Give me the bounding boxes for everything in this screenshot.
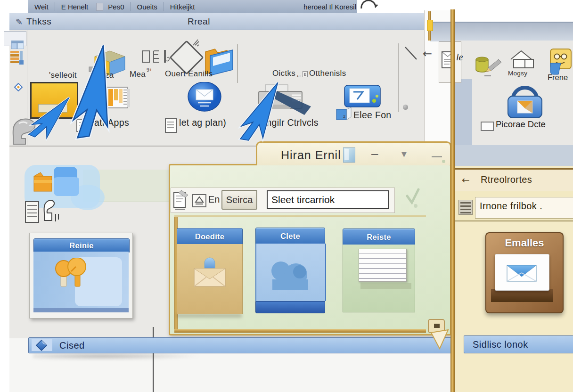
card-doedite-title: Doedite	[195, 232, 225, 241]
titlebar-center-label: Rreal	[188, 16, 210, 27]
ribbon-divider	[398, 43, 399, 112]
menu-tab-label: Weit	[34, 3, 49, 11]
cised-bar[interactable]: Cised	[28, 337, 451, 353]
cylinder-pencil-icon[interactable]	[475, 56, 503, 76]
card-clete-title: Clete	[280, 232, 300, 241]
monitor-icon[interactable]	[344, 85, 381, 109]
gray-dot	[403, 105, 408, 110]
keys-icon	[53, 258, 87, 291]
house-icon[interactable]	[509, 49, 535, 69]
back-arrow-icon: ←	[462, 174, 470, 186]
card-reiste-body[interactable]	[343, 245, 415, 312]
ribbon-label-letag-plan: let ag plan)	[179, 117, 226, 128]
titlebar-left-label: Thkss	[26, 16, 51, 27]
list-icon[interactable]	[10, 50, 24, 65]
dropdown-button[interactable]: ▼	[401, 150, 407, 158]
ribbon-label-elee-fon: Elee Fon	[353, 110, 391, 121]
green-dot	[442, 160, 445, 163]
lined-paper-icon	[359, 249, 407, 282]
paper-shadow-strip	[360, 283, 411, 289]
blue-folder-icon[interactable]	[51, 164, 80, 199]
hamburger-icon	[458, 200, 473, 215]
emalles-title: Emalles	[486, 237, 563, 249]
sidlisc-bar[interactable]: Sidlisc lonok	[464, 335, 573, 353]
dialog-title-icon	[343, 147, 355, 163]
outlook-icon[interactable]	[507, 83, 543, 119]
dialog-title-icon-gloss	[344, 149, 349, 160]
triangle-glyph	[193, 195, 205, 206]
mail-circle-icon[interactable]	[188, 82, 221, 112]
cream-envelope-icon	[192, 256, 227, 289]
card-clete-header[interactable]: Clete	[255, 228, 325, 245]
app-window: Weit E Henelt Pes0 Oueits Hitkeijkt hero…	[0, 0, 573, 392]
tiny-scribble-icon	[191, 39, 201, 47]
dialog-title: Hiran Ernil	[281, 148, 341, 162]
vertical-guide-upper	[153, 327, 154, 337]
compose-doc-icon[interactable]	[173, 189, 189, 210]
search-input[interactable]	[267, 190, 389, 209]
e-box-icon: ᴇ	[303, 71, 308, 77]
reinie-card-title: Reinie	[69, 241, 93, 250]
menu-right-text: heroeal Il Koresil	[297, 0, 357, 13]
oictks-sub: ₁..	[297, 72, 301, 78]
folder-side-line	[237, 44, 238, 83]
inner-frame-bottom	[174, 329, 426, 333]
panel-row-recent-label: Rtreolrortes	[481, 174, 532, 185]
group-label-mogsy: Mogsy	[508, 70, 527, 77]
vertical-guide-lower	[153, 352, 154, 392]
dash-button[interactable]	[432, 156, 442, 157]
dialog-titlebar[interactable]: Hiran Ernil – ▼	[256, 141, 451, 165]
menu-tab-e-henelt[interactable]: E Henelt	[55, 0, 95, 13]
group-label-ouert-eanills: Ouert Eanills	[165, 69, 213, 79]
quill-icon: ✎	[16, 17, 23, 27]
clouds-icon	[267, 257, 314, 294]
group-label-oictks-otthenisls: Oictks ₁.. ᴇ Otthenisls	[272, 69, 346, 78]
menu-tab-label: E Henelt	[61, 3, 89, 11]
menu-tab-oueits[interactable]: Oueits	[131, 0, 163, 13]
reinie-card-header: Reinie	[33, 238, 130, 253]
oictks-text: Oictks	[272, 69, 295, 78]
reinie-card-footer	[33, 308, 129, 312]
window-panes-icon[interactable]	[11, 41, 24, 49]
left-arrow-icon[interactable]: ←	[423, 47, 432, 60]
card-reiste-header[interactable]: Reiste	[343, 229, 415, 245]
card-doedite-body[interactable]	[177, 244, 243, 314]
blue-box-digit: 2	[343, 114, 345, 119]
small-glyph-icons[interactable]	[141, 48, 172, 64]
bar-shadow	[33, 353, 203, 360]
group-label-mea: Mea	[130, 70, 146, 79]
menu-tab-hitkeijkt[interactable]: Hitkeijkt	[164, 0, 201, 13]
desk-outline-icon	[25, 196, 64, 225]
emalles-card[interactable]: Emalles	[485, 232, 564, 313]
backslash-icon[interactable]	[403, 45, 419, 62]
panel-row-recent[interactable]: ← Rtreolrortes	[454, 170, 573, 192]
sidlisc-label: Sidlisc lonok	[473, 339, 528, 350]
card-clete-body[interactable]	[255, 244, 326, 301]
letag-doc-icon	[165, 118, 177, 133]
triangle-tool-icon[interactable]	[192, 194, 206, 207]
inner-frame-top	[174, 215, 426, 217]
search-button[interactable]: Seirca	[221, 190, 257, 210]
panel-row-inbox[interactable]: Irnone frilbok .	[454, 191, 573, 221]
mea-badge: 9+	[147, 67, 152, 73]
reinie-card-body	[33, 252, 129, 308]
blue-envelope-icon	[507, 261, 537, 283]
minimize-button[interactable]: –	[371, 147, 378, 161]
reinie-card[interactable]: Reinie	[29, 233, 133, 318]
menu-tab-weit[interactable]: Weit	[28, 0, 55, 13]
gold-edge-bright-square	[427, 20, 433, 31]
card-doedite-header[interactable]: Doedite	[177, 228, 243, 245]
menu-tab-label: Pes0	[108, 3, 124, 11]
card-doedite-shadow	[177, 314, 242, 318]
ribbon-right-strip	[454, 79, 472, 145]
cised-label: Cised	[59, 340, 85, 351]
panel-row-inbox-label: Irnone frilbok .	[480, 201, 542, 212]
diamond-bullet-icon[interactable]	[14, 83, 23, 91]
envelope-face-icon[interactable]	[549, 48, 573, 75]
check-dove-icon	[405, 186, 420, 208]
menu-tab-label: Hitkeijkt	[170, 3, 195, 11]
menu-tab-pes0[interactable]: Pes0	[105, 0, 130, 13]
card-reiste-title: Reiste	[367, 233, 391, 242]
emalles-dark-base	[491, 289, 553, 302]
menu-gray-icon	[96, 3, 103, 11]
